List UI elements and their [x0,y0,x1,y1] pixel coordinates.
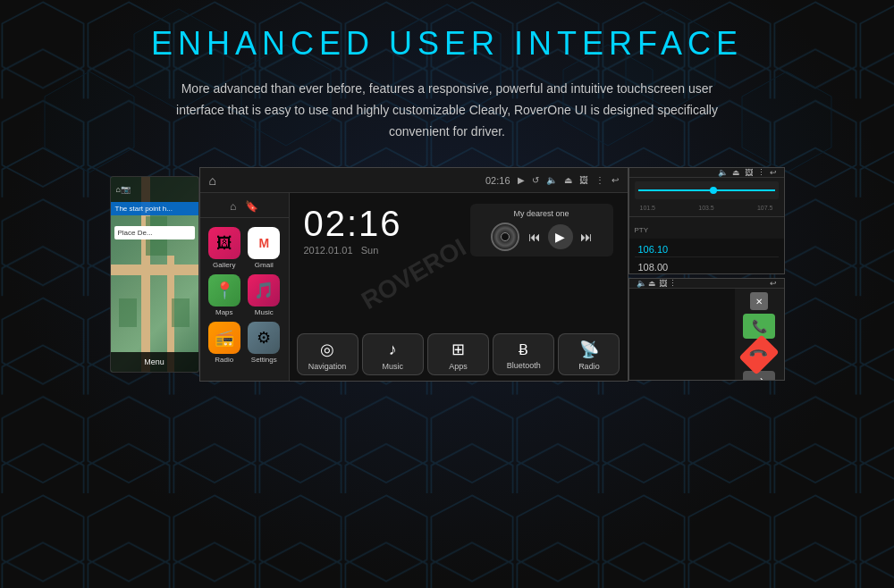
gallery-label: Gallery [213,261,235,269]
freq-middle: 103.5 [698,205,714,211]
radio-slider-container: 101.5 103.5 107.5 [629,178,784,217]
main-body: ⌂ 🔖 🖼 Gallery M Gmail 📍 [200,193,628,381]
settings-label: Settings [251,356,277,364]
apps-label: Apps [449,362,468,371]
radio-label: Radio [215,356,233,364]
nav-apps[interactable]: ⊞ Apps [427,333,489,375]
maps-icon: 📍 [208,274,240,307]
play-button[interactable]: ▶ [548,224,573,249]
app-icon-grid: 🖼 Gallery M Gmail 📍 Maps 🎵 [200,227,289,364]
clock-date: 2012.01.01 Sun [304,245,402,256]
call-body: ✕ 📞 📞 ⇄ [629,289,784,381]
radio-status-back[interactable]: ↩ [770,168,777,177]
call-cancel-button[interactable]: ✕ [750,292,768,310]
status-loop-icon: ↺ [532,175,539,185]
status-home-icon[interactable]: ⌂ [209,173,216,188]
call-status-bar: 🔈 ⏏ 🖼 ⋮ ↩ [629,279,784,289]
gmail-label: Gmail [255,261,274,269]
prev-button[interactable]: ⏮ [528,230,541,244]
call-decline-button[interactable]: 📞 [738,335,779,375]
radio-freq-1[interactable]: 106.10 [635,242,779,257]
music-label: Music [255,308,274,316]
radio-icon: 📻 [208,322,240,354]
status-clock-time: 02:16 [485,175,510,186]
call-status-icons: 🔈 ⏏ 🖼 ⋮ [637,279,678,288]
nav-radio[interactable]: 📡 Radio [558,333,620,375]
status-eject-icon: ⏏ [564,175,572,185]
settings-icon: ⚙ [248,322,280,354]
sidebar-app-radio[interactable]: 📻 Radio [207,322,242,364]
bluetooth-icon: Ƀ [519,341,528,358]
map-camera-icon: 📷 [121,185,131,194]
status-back-icon[interactable]: ↩ [611,175,619,185]
song-name: My dearest one [513,209,569,218]
music-disc [491,223,519,251]
radio-status-photo: 🖼 [745,168,753,177]
main-center: 02:16 2012.01.01 Sun My dearest one ⏮ ▶ [290,193,628,381]
sidebar-app-music[interactable]: 🎵 Music [247,274,282,316]
sidebar-app-maps[interactable]: 📍 Maps [207,274,242,316]
map-status-bar: ⌂ 📷 [111,177,198,202]
call-list [629,289,735,381]
gallery-icon: 🖼 [208,227,240,259]
radio-body: 106.10 108.00 87.50 [629,239,784,274]
main-screenshot: ROVEROI ⌂ 02:16 ▶ ↺ 🔈 ⏏ 🖼 ⋮ ↩ ⌂ 🔖 [199,167,628,382]
radio-nav-icon: 📡 [579,340,599,359]
clock-section: 02:16 2012.01.01 Sun My dearest one ⏮ ▶ [290,193,628,264]
status-photo-icon: 🖼 [579,175,588,185]
sidebar-top-icons: ⌂ 🔖 [200,200,289,218]
freq-end: 107.5 [757,205,773,211]
bluetooth-label: Bluetooth [507,361,541,370]
sidebar-home-icon[interactable]: ⌂ [230,200,236,213]
radio-freq-list: 106.10 108.00 87.50 [629,239,784,274]
radio-nav-label: Radio [578,362,600,371]
freq-start: 101.5 [640,205,656,211]
call-transfer-button[interactable]: ⇄ [743,371,775,381]
radio-status-volume: 🔈 [718,168,728,177]
page-content: ENHANCED USER INTERFACE More advanced th… [0,0,894,382]
call-status-back[interactable]: ↩ [770,279,777,288]
map-screenshot: ⌂ 📷 The start point h... Place De... Men… [110,176,199,373]
maps-label: Maps [215,308,233,316]
screenshots-row: ⌂ 📷 The start point h... Place De... Men… [0,167,894,382]
radio-status-bar: 🔈 ⏏ 🖼 ⋮ ↩ [629,168,784,178]
page-subtitle: More advanced than ever before, features… [156,79,738,142]
music-controls: ⏮ ▶ ⏭ [491,223,593,251]
navigation-icon: ◎ [320,340,334,359]
nav-navigation[interactable]: ◎ Navigation [297,333,358,375]
call-accept-button[interactable]: 📞 [743,314,775,339]
apps-icon: ⊞ [451,340,465,359]
radio-freq-2[interactable]: 108.00 [635,260,779,274]
freq-range: 101.5 103.5 107.5 [635,203,779,213]
pty-label: PTY [635,226,649,234]
music-icon: 🎵 [248,274,280,307]
radio-slider-track [638,189,775,191]
sidebar-app-settings[interactable]: ⚙ Settings [247,322,282,364]
navigation-label: Navigation [308,362,347,371]
sidebar-app-gallery[interactable]: 🖼 Gallery [207,227,242,269]
sidebar-app-gmail[interactable]: M Gmail [247,227,282,269]
radio-slider-thumb [710,187,717,194]
radio-slider[interactable] [635,181,779,199]
music-nav-icon: ♪ [389,340,397,359]
right-screenshots: 🔈 ⏏ 🖼 ⋮ ↩ 101.5 103 [628,167,785,381]
music-player: My dearest one ⏮ ▶ ⏭ [470,204,613,256]
clock-display: 02:16 [304,206,402,241]
next-button[interactable]: ⏭ [580,230,593,244]
status-video-icon: ▶ [518,175,525,185]
gmail-icon: M [248,227,280,259]
map-menu-button[interactable]: Menu [111,352,198,372]
main-status-bar: ⌂ 02:16 ▶ ↺ 🔈 ⏏ 🖼 ⋮ ↩ [200,168,628,193]
map-road-horizontal [111,265,198,275]
call-screenshot: 🔈 ⏏ 🖼 ⋮ ↩ ✕ 📞 📞 ⇄ 🖼 [628,278,785,381]
status-menu-icon: ⋮ [595,175,604,185]
pty-container: PTY [629,217,784,239]
sidebar-bookmark-icon[interactable]: 🔖 [245,200,258,213]
clock-left: 02:16 2012.01.01 Sun [304,206,402,256]
map-input[interactable]: Place De... [114,226,195,239]
nav-music[interactable]: ♪ Music [362,333,424,375]
nav-bluetooth[interactable]: Ƀ Bluetooth [493,333,554,375]
radio-inner: 🔈 ⏏ 🖼 ⋮ ↩ 101.5 103 [629,168,784,273]
page-title: ENHANCED USER INTERFACE [151,25,743,63]
main-sidebar: ⌂ 🔖 🖼 Gallery M Gmail 📍 [200,193,290,381]
